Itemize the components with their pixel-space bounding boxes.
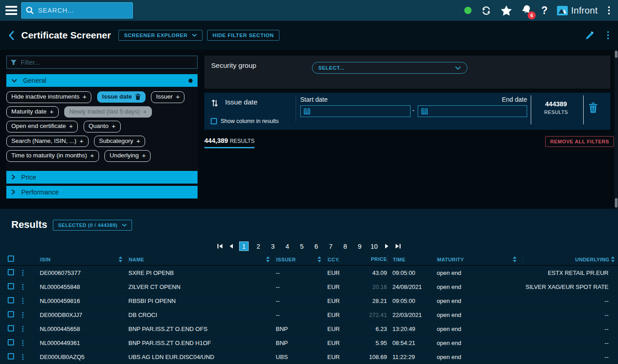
trash-icon[interactable] bbox=[135, 94, 141, 100]
filter-chip[interactable]: Issuer + bbox=[151, 91, 184, 103]
calendar-icon[interactable] bbox=[304, 108, 310, 114]
table-row[interactable]: NL0000455848 ZILVER CT OPENN -- EUR 20.1… bbox=[0, 280, 618, 294]
row-kebab-menu-icon[interactable] bbox=[19, 340, 26, 346]
row-kebab-menu-icon[interactable] bbox=[19, 312, 26, 318]
cell-price: 43.09 bbox=[357, 269, 387, 276]
sort-icon[interactable] bbox=[513, 256, 517, 262]
filter-scrollbar[interactable] bbox=[614, 50, 618, 209]
sort-icon[interactable] bbox=[266, 256, 270, 262]
chevron-down-icon bbox=[11, 79, 17, 83]
page-number[interactable]: 10 bbox=[369, 241, 379, 251]
table-row[interactable]: DE000UB0AZQ5 UBS AG LDN EUR.DISC04/UND U… bbox=[0, 350, 618, 364]
select-all-checkbox[interactable] bbox=[8, 255, 14, 262]
section-header-performance[interactable]: Performance bbox=[6, 186, 198, 199]
page-number[interactable]: 2 bbox=[254, 241, 263, 251]
filter-chip[interactable]: Issue date + bbox=[97, 91, 146, 103]
row-kebab-menu-icon[interactable] bbox=[19, 298, 26, 304]
cell-maturity: open end bbox=[437, 284, 523, 290]
column-header-ccy[interactable]: CCY. bbox=[327, 255, 357, 263]
first-page-button[interactable] bbox=[217, 243, 223, 250]
global-search-box[interactable] bbox=[21, 2, 133, 19]
page-number[interactable]: 1 bbox=[239, 241, 249, 251]
show-column-checkbox-row[interactable]: Show column in results bbox=[211, 118, 279, 124]
favorites-star-icon[interactable] bbox=[501, 5, 512, 16]
filter-search-field[interactable] bbox=[6, 56, 198, 69]
column-header-time[interactable]: TIME bbox=[387, 255, 437, 263]
help-icon[interactable]: ? bbox=[541, 5, 547, 16]
notifications-bell-icon[interactable]: 6 bbox=[521, 4, 532, 17]
filter-input[interactable] bbox=[20, 58, 193, 66]
table-row[interactable]: DE0006075377 SXRE PI OPENB -- EUR 43.09 … bbox=[0, 266, 618, 280]
row-checkbox[interactable] bbox=[8, 283, 14, 289]
end-date-input[interactable] bbox=[418, 105, 527, 117]
sort-icon[interactable] bbox=[611, 256, 615, 262]
row-checkbox[interactable] bbox=[8, 353, 14, 359]
filter-chip[interactable]: Subcategory + bbox=[94, 136, 145, 147]
scrollbar-thumb[interactable] bbox=[615, 198, 618, 208]
filter-chip[interactable]: Newly traded (last 5 days) + bbox=[64, 106, 152, 118]
remove-all-filters-button[interactable]: REMOVE ALL FILTERS bbox=[545, 136, 614, 147]
search-input[interactable] bbox=[37, 6, 123, 14]
table-row[interactable]: DE000DB0XJJ7 DB CROCI -- EUR 272.41 22/0… bbox=[0, 308, 618, 322]
filter-chip[interactable]: Open end certificate + bbox=[6, 121, 78, 132]
start-date-input[interactable] bbox=[300, 105, 410, 117]
page-number[interactable]: 6 bbox=[311, 241, 321, 251]
row-checkbox[interactable] bbox=[8, 297, 14, 303]
screener-explorer-dropdown[interactable]: SCREENER EXPLORER bbox=[118, 30, 203, 41]
next-page-button[interactable] bbox=[384, 243, 390, 250]
page-number[interactable]: 4 bbox=[283, 241, 292, 251]
page-kebab-menu-icon[interactable] bbox=[606, 30, 610, 40]
column-header-name[interactable]: NAME bbox=[128, 255, 276, 263]
sort-icon[interactable] bbox=[317, 256, 321, 262]
table-row[interactable]: NL0000449361 BNP PAR.ISS.ZT O.END H1OF B… bbox=[0, 336, 618, 350]
filter-chip[interactable]: Quanto + bbox=[84, 121, 121, 132]
row-kebab-menu-icon[interactable] bbox=[19, 354, 26, 360]
row-kebab-menu-icon[interactable] bbox=[19, 284, 26, 290]
column-header-isin[interactable]: ISIN bbox=[40, 255, 128, 263]
section-header-general[interactable]: General bbox=[6, 74, 198, 87]
selected-label: SELECTED (0 / 444389) bbox=[58, 222, 118, 228]
filter-chip[interactable]: Maturity date + bbox=[6, 106, 59, 118]
table-row[interactable]: NL0000459816 RBSBI PI OPENN -- EUR 28.21… bbox=[0, 294, 618, 308]
scrollbar-thumb[interactable] bbox=[615, 51, 618, 58]
filter-chip[interactable]: Hide inactive instruments + bbox=[6, 91, 91, 103]
column-header-price[interactable]: PRICE bbox=[357, 256, 387, 262]
checkbox[interactable] bbox=[211, 118, 217, 124]
page-number[interactable]: 8 bbox=[340, 241, 350, 251]
row-kebab-menu-icon[interactable] bbox=[19, 326, 26, 332]
filter-chip[interactable]: Time to maturity (in months) + bbox=[6, 150, 99, 162]
cell-time: 13:20:49 bbox=[387, 326, 437, 332]
topbar-kebab-menu-icon[interactable] bbox=[607, 5, 611, 15]
table-row[interactable]: NL0000445658 BNP PAR.ISS.ZT O.END OFS BN… bbox=[0, 322, 618, 336]
cell-maturity: open end bbox=[437, 340, 523, 346]
row-checkbox[interactable] bbox=[8, 339, 14, 345]
edit-pencil-icon[interactable] bbox=[585, 31, 594, 40]
hide-filter-section-button[interactable]: HIDE FILTER SECTION bbox=[207, 30, 279, 41]
security-group-select[interactable]: SELECT... bbox=[312, 62, 467, 74]
refresh-icon[interactable] bbox=[481, 5, 491, 16]
hamburger-menu-icon[interactable] bbox=[5, 6, 17, 15]
sort-order-icon[interactable] bbox=[211, 99, 218, 108]
row-checkbox[interactable] bbox=[8, 269, 14, 275]
column-header-maturity[interactable]: MATURITY bbox=[437, 255, 523, 263]
row-checkbox[interactable] bbox=[8, 325, 14, 331]
row-kebab-menu-icon[interactable] bbox=[19, 270, 26, 276]
filter-chip[interactable]: Underlying + bbox=[104, 150, 151, 162]
page-number[interactable]: 9 bbox=[355, 241, 364, 251]
selected-dropdown[interactable]: SELECTED (0 / 444389) bbox=[53, 220, 132, 231]
prev-page-button[interactable] bbox=[228, 243, 234, 250]
filter-chip[interactable]: Search (Name, ISIN, ...) + bbox=[6, 136, 89, 147]
page-number[interactable]: 3 bbox=[268, 241, 278, 251]
remove-filter-button[interactable] bbox=[589, 103, 598, 114]
column-header-underlying[interactable]: UNDERLYING bbox=[523, 255, 618, 263]
column-header-issuer[interactable]: ISSUER bbox=[276, 255, 327, 263]
page-number[interactable]: 5 bbox=[297, 241, 307, 251]
last-page-button[interactable] bbox=[395, 243, 401, 250]
calendar-icon[interactable] bbox=[421, 108, 428, 114]
sort-icon[interactable] bbox=[118, 256, 123, 262]
row-checkbox[interactable] bbox=[8, 311, 14, 317]
cell-price: 5.95 bbox=[357, 340, 387, 346]
page-number[interactable]: 7 bbox=[326, 241, 335, 251]
section-header-price[interactable]: Price bbox=[6, 171, 198, 184]
back-button[interactable] bbox=[8, 30, 14, 41]
